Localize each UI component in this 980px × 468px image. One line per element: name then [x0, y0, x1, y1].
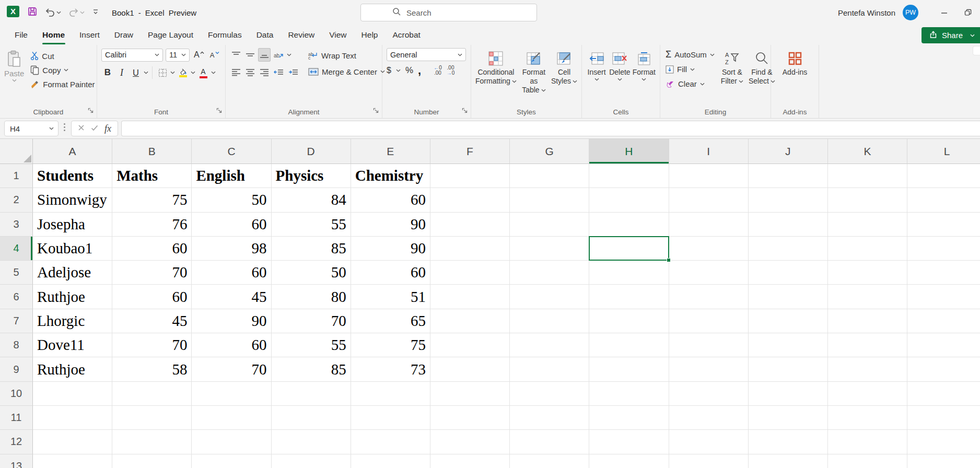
fill-color-button[interactable]: [177, 66, 189, 79]
cell-E7[interactable]: 65: [351, 309, 430, 333]
underline-dropdown-icon[interactable]: [144, 71, 148, 74]
bold-button[interactable]: B: [101, 66, 114, 79]
cell-D7[interactable]: 70: [272, 309, 351, 333]
column-header-G[interactable]: G: [510, 139, 589, 164]
cell-F2[interactable]: [430, 188, 510, 212]
cell-C11[interactable]: [192, 406, 271, 430]
tab-data[interactable]: Data: [249, 25, 281, 45]
column-header-H[interactable]: H: [589, 139, 669, 164]
redo-button[interactable]: [68, 8, 85, 17]
formula-input[interactable]: [121, 121, 980, 136]
cell-J3[interactable]: [749, 213, 828, 237]
cell-J8[interactable]: [749, 333, 828, 357]
cell-C13[interactable]: [192, 454, 271, 468]
cell-D4[interactable]: 85: [272, 237, 351, 261]
cell-K13[interactable]: [828, 454, 907, 468]
cell-F13[interactable]: [430, 454, 510, 468]
orientation-dropdown-icon[interactable]: [287, 53, 291, 56]
tab-help[interactable]: Help: [354, 25, 386, 45]
cell-A10[interactable]: [33, 382, 112, 406]
cell-L5[interactable]: [907, 261, 980, 285]
cell-B6[interactable]: 60: [112, 285, 192, 309]
cell-E13[interactable]: [351, 454, 430, 468]
cell-I6[interactable]: [669, 285, 749, 309]
row-header-6[interactable]: 6: [0, 285, 33, 309]
cell-I1[interactable]: [669, 164, 749, 188]
tab-formulas[interactable]: Formulas: [201, 25, 249, 45]
cell-K6[interactable]: [828, 285, 907, 309]
insert-cells-dropdown-icon[interactable]: [594, 78, 599, 81]
avatar[interactable]: PW: [903, 5, 918, 20]
cell-J10[interactable]: [749, 382, 828, 406]
cell-D11[interactable]: [272, 406, 351, 430]
cell-B7[interactable]: 45: [112, 309, 192, 333]
number-dialog-launcher-icon[interactable]: [462, 106, 468, 115]
cell-H5[interactable]: [589, 261, 669, 285]
row-header-12[interactable]: 12: [0, 430, 33, 454]
cut-button[interactable]: Cut: [28, 49, 97, 63]
number-format-combo[interactable]: General: [387, 48, 466, 61]
column-header-B[interactable]: B: [112, 139, 192, 164]
merge-center-button[interactable]: Merge & Center: [306, 66, 387, 77]
format-painter-button[interactable]: Format Painter: [28, 77, 97, 91]
cell-A5[interactable]: Adeljose: [33, 261, 112, 285]
cell-F5[interactable]: [430, 261, 510, 285]
cell-L11[interactable]: [907, 406, 980, 430]
formula-bar-grip[interactable]: [64, 123, 65, 131]
row-header-11[interactable]: 11: [0, 406, 33, 430]
clipboard-dialog-launcher-icon[interactable]: [88, 106, 94, 115]
cell-F11[interactable]: [430, 406, 510, 430]
align-right-button[interactable]: [258, 66, 271, 79]
cell-B9[interactable]: 58: [112, 357, 192, 381]
cell-C6[interactable]: 45: [192, 285, 271, 309]
increase-indent-button[interactable]: [287, 66, 300, 79]
cell-B10[interactable]: [112, 382, 192, 406]
format-cells-button[interactable]: Format: [633, 48, 656, 81]
cell-D13[interactable]: [272, 454, 351, 468]
cell-L2[interactable]: [907, 188, 980, 212]
cell-J4[interactable]: [749, 237, 828, 261]
cell-D8[interactable]: 55: [272, 333, 351, 357]
cell-H12[interactable]: [589, 430, 669, 454]
cell-K5[interactable]: [828, 261, 907, 285]
cell-L3[interactable]: [907, 213, 980, 237]
cell-H2[interactable]: [589, 188, 669, 212]
cell-E9[interactable]: 73: [351, 357, 430, 381]
cell-D12[interactable]: [272, 430, 351, 454]
cell-H3[interactable]: [589, 213, 669, 237]
insert-cells-button[interactable]: Insert: [586, 48, 607, 81]
cell-L1[interactable]: [907, 164, 980, 188]
cell-K10[interactable]: [828, 382, 907, 406]
cell-G4[interactable]: [510, 237, 589, 261]
cell-J9[interactable]: [749, 357, 828, 381]
cell-K2[interactable]: [828, 188, 907, 212]
select-all-corner[interactable]: [0, 139, 33, 164]
cell-B2[interactable]: 75: [112, 188, 192, 212]
underline-button[interactable]: U: [130, 66, 142, 79]
cell-G6[interactable]: [510, 285, 589, 309]
cell-H11[interactable]: [589, 406, 669, 430]
tab-review[interactable]: Review: [281, 25, 322, 45]
cell-C7[interactable]: 90: [192, 309, 271, 333]
decrease-decimal-button[interactable]: .00→0: [447, 65, 455, 76]
insert-function-icon[interactable]: fx: [104, 123, 111, 134]
cell-B12[interactable]: [112, 430, 192, 454]
cell-J2[interactable]: [749, 188, 828, 212]
cell-F7[interactable]: [430, 309, 510, 333]
cell-L4[interactable]: [907, 237, 980, 261]
restore-button[interactable]: [956, 0, 980, 25]
copy-dropdown-icon[interactable]: [64, 68, 68, 72]
cell-L12[interactable]: [907, 430, 980, 454]
cell-F12[interactable]: [430, 430, 510, 454]
addins-button[interactable]: Add-ins: [777, 48, 813, 77]
cell-G3[interactable]: [510, 213, 589, 237]
tab-view[interactable]: View: [322, 25, 354, 45]
cancel-icon[interactable]: [78, 124, 85, 133]
cell-A12[interactable]: [33, 430, 112, 454]
fill-button[interactable]: Fill: [664, 63, 716, 76]
currency-button[interactable]: $: [387, 66, 391, 75]
decrease-indent-button[interactable]: [272, 66, 285, 79]
cell-L9[interactable]: [907, 357, 980, 381]
cell-D10[interactable]: [272, 382, 351, 406]
format-cells-dropdown-icon[interactable]: [641, 78, 646, 81]
